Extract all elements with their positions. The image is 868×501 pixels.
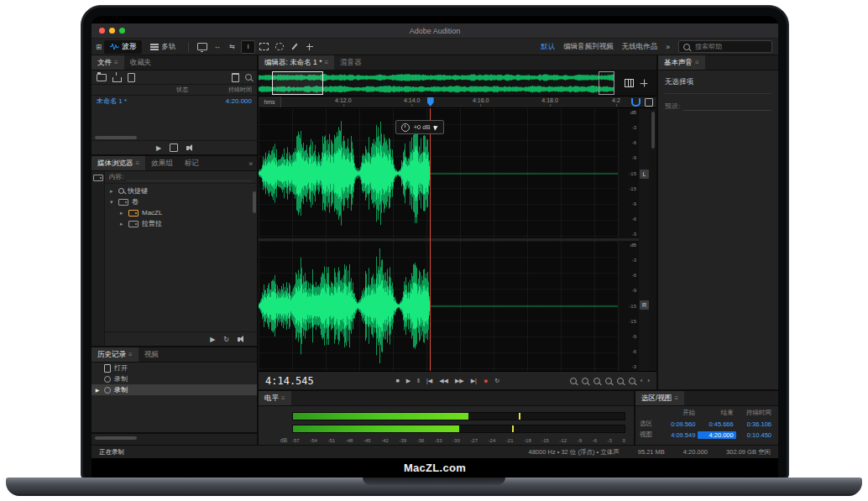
drive-icon[interactable] bbox=[93, 175, 103, 181]
loop-playback-button[interactable]: ↻ bbox=[494, 378, 499, 384]
panel-menu-icon[interactable]: ≡ bbox=[674, 394, 678, 402]
zoom-in-button[interactable] bbox=[570, 378, 577, 384]
skip-previous-button[interactable]: |◀ bbox=[426, 378, 432, 384]
file-list-item[interactable]: 未命名 1 * 4:20.000 bbox=[92, 96, 257, 107]
multitrack-view-button[interactable]: 多轨 bbox=[144, 40, 181, 54]
preview-play-button[interactable]: ▶ bbox=[210, 336, 215, 343]
chevron-right-icon[interactable]: ▸ bbox=[120, 210, 125, 217]
overview-selection[interactable] bbox=[272, 71, 323, 95]
panel-menu-icon[interactable]: ≡ bbox=[114, 59, 118, 66]
slip-tool-icon[interactable]: ⇆ bbox=[226, 41, 238, 53]
selection-start[interactable]: 0:09.560 bbox=[660, 420, 698, 428]
zoom-out-button[interactable] bbox=[582, 378, 588, 384]
waveform-channel-left[interactable]: +0 dB bbox=[259, 108, 618, 238]
tab-selection-view[interactable]: 选区/视图 ≡ bbox=[635, 391, 684, 405]
open-file-icon[interactable] bbox=[97, 74, 107, 81]
tab-video[interactable]: 视频 bbox=[139, 347, 165, 362]
rewind-button[interactable]: ◀◀ bbox=[439, 378, 448, 384]
tab-essential-sound[interactable]: 基本声音 ≡ bbox=[658, 55, 705, 70]
tree-item-volumes[interactable]: ▾ 卷 bbox=[105, 196, 257, 207]
tab-overflow-button[interactable]: » bbox=[244, 156, 257, 170]
tab-files[interactable]: 文件 ≡ bbox=[92, 55, 124, 70]
selection-duration[interactable]: 0:36.106 bbox=[736, 420, 774, 428]
panel-menu-icon[interactable]: ≡ bbox=[136, 159, 140, 167]
file-overview-strip[interactable] bbox=[259, 70, 656, 97]
chevron-right-icon[interactable]: ▸ bbox=[120, 221, 125, 227]
volume-icon[interactable] bbox=[186, 146, 189, 150]
waveform-display[interactable]: +0 dB bbox=[259, 108, 618, 371]
horizontal-scrollbar[interactable] bbox=[95, 436, 137, 440]
tab-markers[interactable]: 标记 bbox=[179, 156, 205, 170]
new-file-icon[interactable] bbox=[128, 73, 135, 82]
trash-icon[interactable] bbox=[232, 73, 239, 82]
tab-favorites[interactable]: 收藏夹 bbox=[124, 55, 158, 70]
view-start[interactable]: 4:09.549 bbox=[660, 431, 698, 439]
horizontal-scrollbar[interactable] bbox=[95, 136, 137, 139]
play-button[interactable]: ▶ bbox=[406, 378, 410, 384]
zoom-selection-button[interactable] bbox=[617, 378, 624, 384]
selection-end[interactable]: 0:45.666 bbox=[698, 420, 735, 428]
marquee-selection-tool-icon[interactable] bbox=[258, 41, 270, 53]
tab-levels[interactable]: 电平 ≡ bbox=[259, 391, 291, 405]
tree-item-maczl[interactable]: ▸ MacZL bbox=[105, 207, 257, 218]
waveform-view-button[interactable]: 波形 bbox=[104, 40, 142, 54]
tab-effects-rack[interactable]: 效果组 bbox=[145, 156, 179, 170]
tab-history[interactable]: 历史记录 ≡ bbox=[92, 347, 139, 362]
panel-menu-icon[interactable]: ≡ bbox=[281, 394, 285, 402]
record-button[interactable]: ● bbox=[484, 377, 488, 385]
spot-healing-tool-icon[interactable] bbox=[303, 41, 316, 53]
preview-play-button[interactable]: ▶ bbox=[156, 144, 161, 152]
channel-left-badge[interactable]: L bbox=[640, 170, 649, 179]
paintbrush-tool-icon[interactable] bbox=[288, 41, 301, 53]
workspace-grid-icon[interactable]: ⊞ bbox=[96, 43, 102, 51]
search-files-icon[interactable] bbox=[245, 74, 252, 81]
snap-magnet-icon[interactable] bbox=[631, 98, 641, 107]
time-selection-tool-icon[interactable]: I bbox=[241, 40, 255, 54]
waveform-canvas-right[interactable] bbox=[259, 241, 618, 371]
pan-tool-icon[interactable] bbox=[640, 80, 647, 87]
workspace-edit-audio-to-video[interactable]: 编辑音频到视频 bbox=[563, 42, 614, 52]
zoom-full-button[interactable] bbox=[629, 378, 635, 384]
fast-forward-button[interactable]: ▶▶ bbox=[455, 378, 464, 384]
view-end[interactable]: 4:20.000 bbox=[698, 431, 735, 439]
move-tool-icon[interactable]: ↔ bbox=[211, 41, 223, 53]
help-search-box[interactable] bbox=[678, 40, 772, 53]
history-item-record-2[interactable]: ▶ 录制 bbox=[92, 384, 257, 395]
tab-media-browser[interactable]: 媒体浏览器 ≡ bbox=[92, 156, 145, 170]
panel-menu-icon[interactable]: ≡ bbox=[128, 351, 133, 358]
zoom-in-horizontal-button[interactable] bbox=[593, 378, 600, 384]
lasso-selection-tool-icon[interactable] bbox=[273, 41, 285, 53]
tab-editor[interactable]: 编辑器: 未命名 1 * ≡ bbox=[259, 55, 334, 70]
pause-button[interactable]: ‖ bbox=[417, 378, 420, 384]
zoom-selection-right-button[interactable]: › bbox=[647, 377, 650, 384]
workspace-overflow-button[interactable]: » bbox=[666, 43, 670, 51]
skip-next-button[interactable]: ▶| bbox=[471, 378, 477, 384]
channel-right-badge[interactable]: R bbox=[640, 300, 649, 310]
vertical-scrollbar[interactable] bbox=[650, 108, 656, 371]
loop-icon[interactable]: ↻ bbox=[223, 336, 229, 343]
timeline-ruler[interactable]: hms 4:12.04:14.04:16.04:18.04:2 bbox=[259, 97, 656, 108]
tree-item-lapula[interactable]: ▸ 拉普拉 bbox=[105, 218, 257, 229]
timeline-settings-icon[interactable] bbox=[645, 98, 653, 107]
workspace-default[interactable]: 默认 bbox=[541, 42, 555, 52]
volume-icon[interactable] bbox=[238, 337, 240, 342]
vertical-scrollbar[interactable] bbox=[253, 191, 256, 213]
tree-item-shortcuts[interactable]: ▸ 快捷键 bbox=[105, 185, 257, 196]
zoom-selection-left-button[interactable]: ‹ bbox=[641, 377, 643, 384]
playhead-line[interactable] bbox=[430, 108, 431, 371]
ruler-unit-label[interactable]: hms bbox=[259, 97, 281, 107]
chevron-right-icon[interactable]: ▸ bbox=[110, 188, 115, 195]
zoom-out-horizontal-button[interactable] bbox=[605, 378, 612, 384]
history-item-record-1[interactable]: 录制 bbox=[92, 373, 257, 384]
workspace-radio-production[interactable]: 无线电作品 bbox=[622, 42, 658, 52]
panel-menu-icon[interactable]: ≡ bbox=[695, 59, 699, 66]
monitor-tool-icon[interactable] bbox=[196, 41, 208, 53]
chevron-down-icon[interactable]: ▾ bbox=[110, 199, 115, 206]
stop-button[interactable]: ■ bbox=[395, 378, 399, 384]
help-search-input[interactable] bbox=[693, 42, 767, 51]
preset-dropdown[interactable] bbox=[683, 103, 771, 111]
overview-view-box[interactable] bbox=[599, 71, 614, 95]
content-filter-field[interactable] bbox=[127, 174, 253, 181]
import-file-icon[interactable] bbox=[112, 77, 122, 82]
waveform-channel-right[interactable] bbox=[259, 241, 618, 371]
